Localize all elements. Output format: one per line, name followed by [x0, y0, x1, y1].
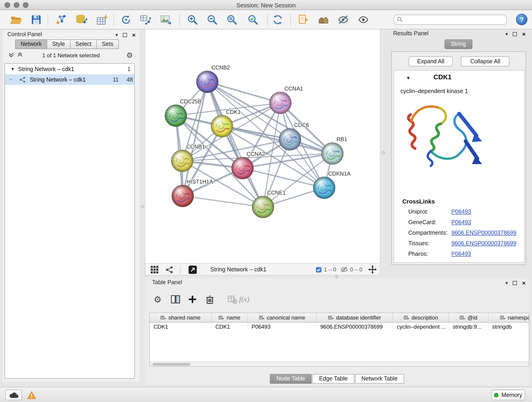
results-panel: Results Panel ▾ × String Expand All Coll… — [388, 29, 529, 277]
function-builder-button[interactable]: f(x) — [238, 293, 251, 306]
node-label: RB1 — [336, 136, 347, 142]
network-node-cdk1[interactable]: CDK1 — [211, 109, 241, 137]
panel-float-icon[interactable] — [513, 32, 517, 36]
tree-caret-icon[interactable]: ▾ — [12, 66, 14, 72]
import-network-file-button[interactable] — [55, 13, 69, 27]
create-column-button[interactable] — [186, 293, 199, 306]
right-splitter-handle[interactable] — [382, 151, 385, 154]
show-all-button[interactable] — [317, 13, 330, 27]
delete-column-button[interactable] — [203, 293, 216, 306]
network-edge[interactable] — [207, 82, 263, 207]
zoom-out-button[interactable] — [205, 13, 219, 27]
tab-style[interactable]: Style — [47, 39, 70, 49]
apply-layout-button[interactable] — [271, 13, 285, 27]
crosslink-label: Pharos: — [408, 251, 428, 257]
bottom-splitter-handle[interactable] — [336, 275, 338, 278]
network-node-ccna1[interactable]: CCNA1 — [269, 85, 303, 114]
crosslinks-list: Uniprot:P06493GeneCard:P06493Compartment… — [394, 207, 524, 260]
control-panel-window-icons: ▾ × — [115, 32, 136, 38]
network-node-ccnb2[interactable]: CCNB2 — [196, 64, 230, 93]
column-header-description[interactable]: description — [393, 313, 449, 323]
tab-sets[interactable]: Sets — [96, 39, 119, 49]
expand-all-button[interactable]: Expand All — [409, 56, 453, 66]
panel-float-icon[interactable] — [123, 33, 127, 37]
cloud-services-button[interactable] — [6, 390, 22, 400]
panel-menu-icon[interactable]: ▾ — [505, 280, 508, 286]
tab-select[interactable]: Select — [70, 39, 97, 49]
collapse-caret-icon[interactable]: ▾ — [407, 75, 410, 81]
network-collection-row[interactable]: ▾ String Network – cdk1 1 — [5, 64, 134, 74]
control-panel-tabs: NetworkStyleSelectSets — [16, 39, 119, 49]
help-button[interactable]: ? — [516, 14, 527, 25]
tab-network-table[interactable]: Network Table — [355, 374, 404, 384]
selected-counts: 1 – 0 — [324, 266, 336, 273]
save-session-button[interactable] — [29, 13, 43, 27]
zoom-fit-button[interactable] — [225, 13, 239, 27]
title-bar: Session: New Session — [0, 0, 532, 10]
pan-mode-button[interactable] — [368, 265, 377, 275]
save-icon — [30, 14, 42, 26]
crosslink-link[interactable]: 9606.ENSP00000378699 — [451, 240, 516, 247]
panel-menu-icon[interactable]: ▾ — [115, 32, 118, 38]
column-header-name[interactable]: name — [212, 313, 248, 323]
hide-annotations-button[interactable] — [336, 13, 350, 27]
import-network-database-button[interactable] — [75, 13, 89, 27]
tab-network[interactable]: Network — [15, 39, 47, 49]
search-input[interactable] — [394, 15, 507, 25]
birds-eye-view-button[interactable] — [151, 266, 158, 275]
open-session-button[interactable] — [9, 13, 23, 27]
network-graph[interactable]: CCNB2CCNA1CDC25BCDK1CDC6RB1CCNB1CCNA2CDK… — [145, 29, 380, 263]
table-row[interactable]: CDK1CDK1P064939606.ENSP00000378699cyclin… — [150, 323, 529, 332]
show-annotations-button[interactable] — [356, 13, 370, 27]
column-header-shared-name[interactable]: shared name — [150, 313, 212, 323]
warning-icon — [27, 391, 36, 399]
hidden-eye-slash-icon — [341, 266, 348, 274]
panel-close-icon[interactable]: × — [522, 31, 526, 38]
network-edge[interactable] — [183, 196, 263, 207]
import-table-button[interactable] — [95, 13, 109, 27]
panel-float-icon[interactable] — [513, 281, 517, 285]
crosslink-link[interactable]: P06493 — [451, 219, 471, 225]
column-header--id[interactable]: @id — [449, 313, 488, 323]
scrollbar-thumb[interactable] — [152, 363, 190, 366]
column-header-database-identifier[interactable]: database identifier — [317, 313, 393, 323]
crosslink-link[interactable]: 9606.ENSP00000378699 — [451, 230, 516, 236]
export-image-button[interactable] — [159, 13, 173, 27]
network-node-cdkn1a[interactable]: CDKN1A — [313, 171, 351, 199]
memory-label: Memory — [501, 392, 522, 398]
network-canvas[interactable]: CCNB2CCNA1CDC25BCDK1CDC6RB1CCNB1CCNA2CDK… — [145, 29, 380, 263]
horizontal-scrollbar[interactable] — [150, 362, 529, 366]
crosslink-label: Tissues: — [408, 240, 429, 247]
panel-close-icon[interactable]: × — [132, 32, 136, 38]
show-columns-button[interactable] — [169, 293, 182, 306]
panel-close-icon[interactable]: × — [522, 280, 526, 287]
network-node-cdc25b[interactable]: CDC25B — [165, 98, 202, 127]
memory-button[interactable]: Memory — [491, 390, 525, 400]
tab-node-table[interactable]: Node Table — [270, 374, 312, 384]
crosslink-link[interactable]: P06493 — [451, 251, 471, 257]
copy-document-button[interactable] — [296, 13, 310, 27]
gear-icon[interactable]: ⚙ — [126, 51, 133, 60]
tab-edge-table[interactable]: Edge Table — [313, 374, 354, 384]
table-settings-gear-icon[interactable]: ⚙ — [151, 293, 164, 306]
tab-string[interactable]: String — [444, 39, 472, 49]
collapse-all-button[interactable]: Collapse All — [461, 56, 510, 66]
network-table-icon — [140, 14, 152, 26]
panel-menu-icon[interactable]: ▾ — [505, 31, 508, 37]
zoom-selected-button[interactable] — [246, 13, 260, 27]
network-overview-button[interactable] — [165, 266, 173, 275]
left-splitter-handle[interactable] — [141, 205, 144, 208]
network-node-rb1[interactable]: RB1 — [322, 136, 347, 165]
network-node-hist1h1a[interactable]: HIST1H1A — [172, 179, 213, 207]
open-in-browser-button[interactable] — [188, 265, 197, 275]
zoom-in-button[interactable] — [186, 13, 199, 27]
network-row[interactable]: ● String Network – cdk1 11 48 — [5, 74, 134, 85]
network-from-table-button[interactable] — [139, 13, 152, 27]
column-header-canonical-name[interactable]: canonical name — [248, 313, 317, 323]
new-network-button[interactable] — [119, 13, 133, 27]
column-header-namespace[interactable]: namespace — [488, 313, 529, 323]
table-header-row: shared namenamecanonical namedatabase id… — [150, 313, 529, 323]
search-icon — [397, 17, 403, 22]
warnings-button[interactable] — [26, 390, 38, 400]
crosslink-link[interactable]: P06493 — [451, 209, 471, 215]
